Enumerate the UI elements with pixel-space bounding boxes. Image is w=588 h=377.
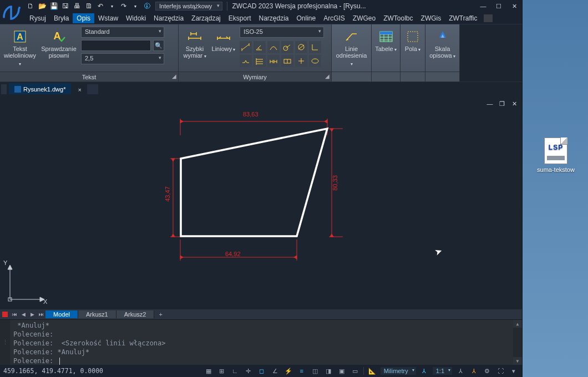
status-grid-icon[interactable]: ▦ [204,366,214,375]
find-icon[interactable]: 🔍 [153,40,164,51]
qat-saveall-icon[interactable]: 🖫 [60,1,70,11]
menu-online[interactable]: Online [293,13,320,23]
menu-narzedzia2[interactable]: Narzędzia [255,13,292,23]
status-ortho-icon[interactable]: ∟ [230,366,240,375]
find-text-input[interactable] [81,40,151,51]
status-cycle-icon[interactable]: ◫ [310,366,320,375]
status-dyn-icon[interactable]: ⚡ [283,366,293,375]
dim-inspect-icon[interactable] [309,55,321,67]
qat-redo-drop-icon[interactable]: ▾ [130,1,140,11]
tab-arkusz1[interactable]: Arkusz1 [78,310,116,318]
dim-arc-icon[interactable] [267,41,280,53]
tab-model[interactable]: Model [45,310,78,318]
status-autoscale-icon[interactable]: ⅄ [469,366,479,375]
qat-help-icon[interactable]: 🛈 [142,1,152,11]
mtext-button[interactable]: A Tekst wieloliniowy [3,27,37,72]
dim-center-icon[interactable] [295,55,307,67]
tab-first-icon[interactable]: ⏮ [10,309,19,319]
units-combo[interactable]: Milimetry [381,367,416,375]
menu-rysuj[interactable]: Rysuj [26,13,50,23]
drawing-area[interactable]: — ❐ ✕ 83,63 [0,94,522,309]
status-annoscale-icon[interactable]: ⅄ [419,366,429,375]
tab-prev-icon[interactable]: ◀ [19,309,28,319]
tab-arkusz2[interactable]: Arkusz2 [116,310,155,318]
desktop-file-lsp[interactable]: LSP suma-tekstow [536,137,576,173]
status-customize-icon[interactable]: ▾ [509,366,519,375]
menu-arcgis[interactable]: ArcGIS [320,13,349,23]
status-transparency-icon[interactable]: ◨ [323,366,333,375]
status-annovisibility-icon[interactable]: ⅄ [455,366,465,375]
close-button[interactable]: ✕ [506,0,522,12]
status-fullscreen-icon[interactable]: ⛶ [495,366,505,375]
minimize-button[interactable]: — [475,0,491,12]
menu-overflow-icon[interactable] [484,14,493,22]
wymiary-dialog-launcher-icon[interactable]: ◢ [325,73,330,79]
dim-baseline-icon[interactable] [254,55,266,67]
cmd-grip-icon[interactable]: ⋮ [0,320,10,365]
mdi-minimize-icon[interactable]: — [485,100,494,108]
quick-dim-button[interactable]: Szybki wymiar [182,27,207,72]
file-tab-active[interactable]: Rysunek1.dwg* [9,83,71,94]
menu-widoki[interactable]: Widoki [122,13,150,23]
status-ws-icon[interactable]: ⚙ [482,366,492,375]
tables-button[interactable]: Tabele [375,27,397,72]
scroll-up-icon[interactable]: ▲ [513,320,522,328]
qat-redo-icon[interactable]: ↷ [119,1,129,11]
menu-opis[interactable]: Opis [73,13,94,23]
dim-style-combo[interactable]: ISO-25 [240,27,324,38]
ribbon-mode-combo[interactable]: Interfejs wstążkowy [155,2,222,11]
dim-diameter-icon[interactable] [295,41,307,53]
status-snap-icon[interactable]: ⊞ [217,366,227,375]
tab-next-icon[interactable]: ▶ [28,309,37,319]
fields-button[interactable]: Pola [404,27,422,72]
menu-bryla[interactable]: Bryła [50,13,73,23]
dim-angular-icon[interactable] [254,41,266,53]
command-window[interactable]: ⋮ *Anuluj* Polecenie: Polecenie: <Szerok… [0,319,522,365]
qat-open-icon[interactable]: 📂 [37,1,47,11]
menu-zwtoolbc[interactable]: ZWToolbc [379,13,417,23]
menu-eksport[interactable]: Eksport [225,13,255,23]
file-tab-close-icon[interactable]: × [75,85,83,94]
dim-ordinate-icon[interactable] [309,41,321,53]
scale-combo[interactable]: 1:1 [433,367,452,375]
qat-new-icon[interactable]: 🗋 [26,1,36,11]
cmd-prompt[interactable]: Polecenie: [13,357,57,365]
record-icon[interactable] [2,312,8,317]
maximize-button[interactable]: ☐ [491,0,506,12]
menu-zarzadzaj[interactable]: Zarządzaj [187,13,225,23]
menu-zwtraffic[interactable]: ZWTraffic [445,13,481,23]
tab-list-icon[interactable] [1,84,7,94]
mdi-close-icon[interactable]: ✕ [510,100,519,108]
text-style-combo[interactable]: Standard [81,27,164,38]
status-lwt-icon[interactable]: ≡ [297,366,307,375]
menu-zwgis[interactable]: ZWGis [417,13,445,23]
qat-undo-drop-icon[interactable]: ▾ [107,1,117,11]
dim-tolerance-icon[interactable] [281,55,293,67]
qat-undo-icon[interactable]: ↶ [95,1,105,11]
status-qp-icon[interactable]: ▣ [337,366,347,375]
mdi-restore-icon[interactable]: ❐ [498,100,506,108]
qat-save-icon[interactable]: 💾 [49,1,59,11]
tab-add-icon[interactable]: + [154,311,166,318]
linear-dim-button[interactable]: Liniowy [211,27,236,72]
scroll-down-icon[interactable]: ▼ [513,357,522,365]
dim-aligned-icon[interactable] [240,41,252,53]
status-otrack-icon[interactable]: ∠ [270,366,280,375]
menu-narzedzia[interactable]: Narzędzia [150,13,187,23]
tekst-dialog-launcher-icon[interactable]: ◢ [172,73,176,79]
cmd-scrollbar[interactable]: ▲ ▼ [513,320,522,365]
qat-preview-icon[interactable]: 🖺 [84,1,94,11]
dim-continue-icon[interactable] [267,55,280,67]
dim-jogged-icon[interactable] [240,55,252,67]
tab-last-icon[interactable]: ⏭ [37,309,45,319]
dim-radius-icon[interactable] [281,41,293,53]
menu-zwgeo[interactable]: ZWGeo [349,13,379,23]
text-height-combo[interactable]: 2,5 [81,53,164,64]
status-units-icon[interactable]: 📐 [367,366,377,375]
status-model-icon[interactable]: ▭ [350,366,360,375]
status-osnap-icon[interactable]: ◻ [257,366,267,375]
status-polar-icon[interactable]: ✛ [244,366,254,375]
leaders-button[interactable]: Linie odniesienia [335,27,368,72]
new-tab-icon[interactable] [87,84,98,94]
app-logo[interactable] [0,2,23,23]
